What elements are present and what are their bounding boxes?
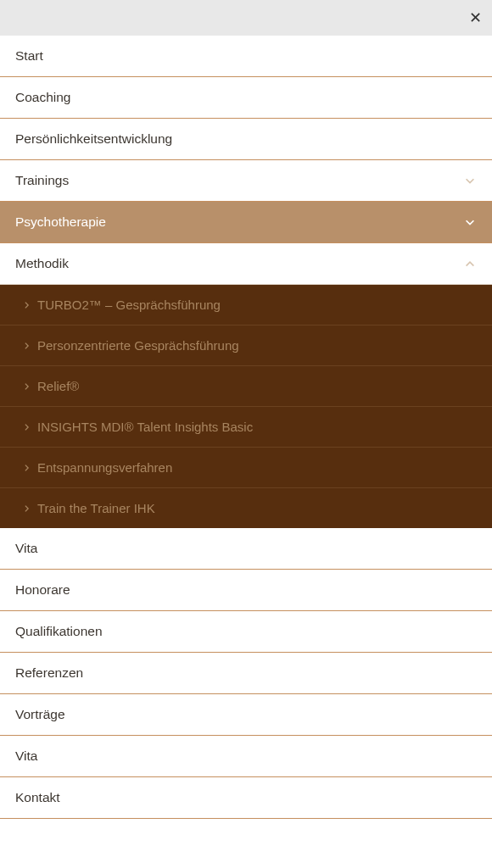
chevron-down-icon	[463, 215, 477, 229]
page-scroll[interactable]: ✕ Start Coaching Persönlichkeitsentwickl…	[0, 0, 492, 868]
subnav-item-personzentriert[interactable]: Personzentrierte Gesprächsführung	[0, 326, 492, 366]
nav-item-honorare[interactable]: Honorare	[0, 570, 492, 611]
nav-label: Honorare	[15, 582, 70, 598]
nav-item-vortraege[interactable]: Vorträge	[0, 694, 492, 736]
nav-item-methodik[interactable]: Methodik	[0, 243, 492, 285]
chevron-right-icon	[24, 505, 31, 512]
nav-label: Vorträge	[15, 707, 65, 722]
subnav-label: Entspannungsverfahren	[37, 460, 172, 475]
nav-item-referenzen[interactable]: Referenzen	[0, 653, 492, 694]
nav-item-psychotherapie[interactable]: Psychotherapie	[0, 202, 492, 243]
subnav-item-insights[interactable]: INSIGHTS MDI® Talent Insights Basic	[0, 407, 492, 448]
subnav-item-entspannung[interactable]: Entspannungsverfahren	[0, 448, 492, 488]
nav-item-start[interactable]: Start	[0, 36, 492, 77]
nav-label: Referenzen	[15, 665, 83, 681]
chevron-right-icon	[24, 302, 31, 309]
subnav-label: TURBO2™ – Gesprächsführung	[37, 298, 221, 312]
close-button[interactable]: ✕	[469, 10, 482, 25]
subnav-item-turbo2[interactable]: TURBO2™ – Gesprächsführung	[0, 285, 492, 326]
nav-item-qualifikationen[interactable]: Qualifikationen	[0, 611, 492, 653]
subnav-item-trainthetrainer[interactable]: Train the Trainer IHK	[0, 488, 492, 528]
subnav-label: INSIGHTS MDI® Talent Insights Basic	[37, 420, 253, 434]
nav-label: Qualifikationen	[15, 624, 103, 639]
spacer	[0, 819, 492, 868]
main-nav: Start Coaching Persönlichkeitsentwicklun…	[0, 36, 492, 819]
subnav-label: Relief®	[37, 379, 79, 393]
nav-label: Kontakt	[15, 790, 60, 805]
chevron-down-icon	[463, 174, 477, 187]
nav-label: Trainings	[15, 173, 69, 188]
subnav-item-relief[interactable]: Relief®	[0, 366, 492, 407]
nav-label: Methodik	[15, 256, 69, 271]
nav-label: Psychotherapie	[15, 214, 106, 230]
nav-item-persoenlichkeit[interactable]: Persönlichkeitsentwicklung	[0, 119, 492, 160]
nav-item-vita-2[interactable]: Vita	[0, 736, 492, 777]
chevron-right-icon	[24, 424, 31, 431]
nav-label: Vita	[15, 541, 37, 556]
nav-label: Persönlichkeitsentwicklung	[15, 131, 172, 147]
chevron-right-icon	[24, 465, 31, 471]
nav-item-kontakt[interactable]: Kontakt	[0, 777, 492, 819]
nav-item-trainings[interactable]: Trainings	[0, 160, 492, 202]
nav-item-coaching[interactable]: Coaching	[0, 77, 492, 119]
chevron-up-icon	[463, 257, 477, 270]
nav-label: Start	[15, 48, 43, 64]
header: ✕	[0, 0, 492, 36]
chevron-right-icon	[24, 383, 31, 390]
subnav-label: Train the Trainer IHK	[37, 501, 155, 515]
subnav-methodik: TURBO2™ – Gesprächsführung Personzentrie…	[0, 285, 492, 528]
chevron-right-icon	[24, 342, 31, 349]
nav-item-vita[interactable]: Vita	[0, 528, 492, 570]
subnav-label: Personzentrierte Gesprächsführung	[37, 338, 239, 353]
nav-label: Coaching	[15, 90, 71, 105]
nav-label: Vita	[15, 748, 37, 764]
